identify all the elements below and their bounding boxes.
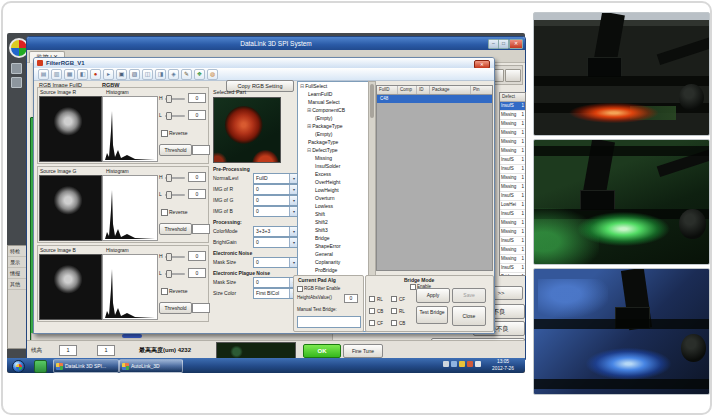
defect-row[interactable]: Bridge 1 [500,273,525,276]
tree-item[interactable]: General [298,250,375,258]
threshold-value-input[interactable] [192,145,210,155]
bridge-checkbox[interactable] [391,308,397,314]
start-button[interactable] [12,360,25,373]
defect-row[interactable]: Missing 1 [500,129,525,138]
tree-item[interactable]: ⊟FullSelect [298,82,375,90]
bridge-check-item[interactable]: CF [391,293,413,305]
desktop-icon[interactable] [11,63,22,74]
defect-row[interactable]: InsufS 1 [500,192,525,201]
play-icon[interactable]: ▸ [103,69,114,80]
defect-row[interactable]: Missing 1 [500,183,525,192]
tree-item[interactable]: Lowless [298,202,375,210]
preprocessing-dropdown[interactable]: 0▾ [253,195,299,206]
reverse-checkbox[interactable] [161,130,168,137]
threshold-button[interactable]: Threshold [159,223,192,235]
mini-toolbar-button[interactable] [505,69,521,82]
defect-row[interactable]: Missing 1 [500,246,525,255]
tree-item[interactable]: Excess [298,170,375,178]
defect-row[interactable]: InsufS 1 [500,264,525,273]
bridge-checkbox[interactable] [369,308,375,314]
bridge-check-item[interactable]: RL [369,293,391,305]
ok-button[interactable]: OK [303,344,341,358]
l-value-input[interactable]: 0 [188,110,206,120]
tree-item[interactable]: LearnFullD [298,90,375,98]
tree-item[interactable]: ⊞PackageType [298,122,375,130]
preprocessing-dropdown[interactable]: 0▾ [253,206,299,217]
fine-tune-button[interactable]: Fine Tune [343,344,383,358]
tree-item[interactable]: ProBridge [298,266,375,274]
value-box-2[interactable]: 1 [97,345,115,356]
grid-icon[interactable]: ▦ [64,69,75,80]
bridge-check-item[interactable]: CB [391,317,413,329]
source-image[interactable] [39,96,102,162]
threshold-value-input[interactable] [192,303,210,313]
h-value-input[interactable]: 0 [188,93,206,103]
copy-icon[interactable]: ◨ [155,69,166,80]
bridge-check-item[interactable]: CB [369,305,391,317]
desktop-icon[interactable] [11,77,22,88]
tree-item[interactable]: InsufSolder [298,162,375,170]
l-slider-thumb[interactable] [166,112,172,120]
l-value-input[interactable]: 0 [188,268,206,278]
tree-item[interactable]: ShapeError [298,242,375,250]
h-value-input[interactable]: 0 [188,172,206,182]
defect-row[interactable]: Missing 1 [500,138,525,147]
source-image[interactable] [39,175,102,241]
tree-item[interactable]: (Empty) [298,130,375,138]
threshold-button[interactable]: Threshold [159,144,192,156]
manual-test-bridge-input[interactable] [297,316,361,328]
tree-scrollbar-thumb[interactable] [370,84,374,118]
maximize-button[interactable]: □ [498,39,509,49]
l-slider-thumb[interactable] [166,191,172,199]
tree-item[interactable]: Bridge [298,234,375,242]
preprocessing-dropdown[interactable]: 0▾ [253,257,299,268]
main-title-bar[interactable]: DataLink 3D SPI System [27,37,525,50]
record-icon[interactable]: ● [90,69,101,80]
tree-item[interactable]: LowHeight [298,186,375,194]
l-value-input[interactable]: 0 [188,189,206,199]
preprocessing-dropdown[interactable]: FullD▾ [253,173,299,184]
tree-item[interactable]: ⊞ComponentCB [298,106,375,114]
tree-expander-icon[interactable]: ⊟ [307,147,311,153]
tray-icon[interactable] [443,361,449,367]
h-slider-thumb[interactable] [166,253,172,261]
tree-expander-icon[interactable]: ⊞ [307,107,311,113]
h-slider-thumb[interactable] [166,174,172,182]
h-slider-thumb[interactable] [166,95,172,103]
defect-row[interactable]: Missing 1 [500,120,525,129]
value-box-1[interactable]: 1 [59,345,77,356]
tree-item[interactable]: Shift3 [298,226,375,234]
user-icon[interactable]: ◍ [207,69,218,80]
defect-row[interactable]: Missing 1 [500,228,525,237]
link-icon[interactable]: ◈ [168,69,179,80]
tray-icon[interactable] [459,361,465,367]
defect-row[interactable]: Missing 1 [500,147,525,156]
pinned-app-icon[interactable] [34,360,47,373]
tray-icon[interactable] [475,361,481,367]
defect-row[interactable]: InsufS 1 [500,102,525,111]
defect-row[interactable]: Missing 1 [500,219,525,228]
defect-row[interactable]: InsufS 1 [500,210,525,219]
bridge-checkbox[interactable] [391,296,397,302]
defect-row[interactable]: LowHei 1 [500,201,525,210]
tree-item[interactable]: ⊟DefectType [298,146,375,154]
save-button[interactable]: Save [452,288,486,303]
preprocessing-dropdown[interactable]: 0▾ [253,237,299,248]
bridge-checkbox[interactable] [391,320,397,326]
rgb-filter-checkbox[interactable] [297,286,303,292]
tree-expander-icon[interactable]: ⊞ [307,123,311,129]
bridge-checkbox[interactable] [369,320,375,326]
height-abs-input[interactable]: 0 [344,294,358,303]
threshold-value-input[interactable] [192,224,210,234]
taskbar-clock[interactable]: 13:05 2012-7-26 [483,359,523,372]
bridge-check-item[interactable]: RL [391,305,413,317]
tree-expander-icon[interactable]: ⊟ [300,83,304,89]
tree-item[interactable]: (Empty) [298,114,375,122]
selected-part-image[interactable] [213,97,281,163]
tree-item[interactable]: Overturn [298,194,375,202]
preprocessing-dropdown[interactable]: 3+3+3▾ [253,226,299,237]
open-icon[interactable]: ▤ [38,69,49,80]
camera-icon[interactable]: ▣ [116,69,127,80]
apply-button[interactable]: Apply [416,288,450,303]
l-slider-thumb[interactable] [166,270,172,278]
